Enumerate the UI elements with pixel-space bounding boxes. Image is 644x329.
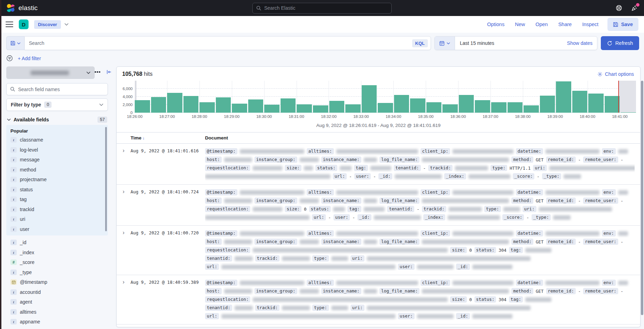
show-dates-button[interactable]: Show dates: [567, 40, 597, 46]
field-item-user[interactable]: tuser: [9, 224, 108, 234]
field-item-trackid[interactable]: ttrackid: [9, 204, 108, 215]
header-action-share[interactable]: Share: [558, 22, 572, 27]
popular-fields-section: Popular tclassnametlog-leveltmessagetmet…: [6, 125, 108, 235]
help-icon[interactable]: [615, 5, 622, 11]
field-key-url: url:: [205, 264, 219, 270]
field-item-tag[interactable]: ttag: [9, 194, 108, 204]
field-key-tenantid: tenantid:: [394, 165, 421, 171]
field-item-uri[interactable]: turi: [9, 214, 108, 224]
add-filter-button[interactable]: + Add filter: [18, 56, 41, 61]
header-action-inspect[interactable]: Inspect: [582, 22, 598, 27]
elastic-brand[interactable]: elastic: [6, 3, 38, 13]
filter-icon[interactable]: [6, 55, 13, 62]
brand-name: elastic: [18, 4, 38, 12]
quick-select-menu-button[interactable]: [435, 37, 455, 50]
page-scrollbar-thumb[interactable]: [641, 81, 643, 315]
query-input-box[interactable]: KQL: [24, 36, 431, 50]
field-key-@timestamp: @timestamp:: [205, 230, 237, 236]
expand-row-icon[interactable]: ›: [117, 229, 131, 271]
global-search[interactable]: [252, 3, 392, 14]
date-picker: Last 15 minutes Show dates: [434, 36, 597, 50]
field-value: -: [328, 215, 331, 220]
sort-descending-icon[interactable]: ↓: [142, 136, 144, 141]
redacted-value: [545, 190, 599, 195]
x-tick-18:32:00: 18:32:00: [321, 114, 337, 119]
text-field-icon: t: [10, 226, 17, 232]
field-item-appname[interactable]: tappname: [9, 317, 108, 327]
refresh-button[interactable]: Refresh: [601, 36, 639, 50]
field-value: -: [349, 174, 352, 179]
field-item-_score[interactable]: #_score: [9, 257, 108, 267]
redacted-value: [539, 207, 612, 211]
redacted-value: [545, 149, 599, 154]
field-name: message: [20, 157, 40, 162]
field-item-@timestamp[interactable]: @timestamp: [9, 277, 108, 287]
global-search-input[interactable]: [264, 5, 388, 11]
field-search-box[interactable]: [6, 83, 108, 95]
redacted-value: [417, 314, 454, 319]
save-button[interactable]: Save: [607, 18, 638, 31]
page-scrollbar[interactable]: [641, 69, 644, 328]
saved-query-menu-button[interactable]: [6, 36, 24, 50]
field-search-input[interactable]: [18, 87, 104, 92]
available-fields-header[interactable]: Available fields 57: [7, 117, 107, 123]
menu-icon[interactable]: [6, 22, 13, 27]
field-item-alltimes[interactable]: talltimes: [9, 307, 108, 317]
field-list-scrollbar[interactable]: [105, 127, 107, 231]
bar-18:34:00: [394, 95, 409, 113]
field-item-accountid[interactable]: taccountid: [9, 287, 108, 297]
header-action-open[interactable]: Open: [535, 22, 548, 27]
collapse-sidebar-icon[interactable]: [106, 69, 112, 75]
field-key-alltimes: alltimes:: [307, 148, 334, 154]
redacted-value: [525, 248, 551, 252]
kql-language-button[interactable]: KQL: [412, 39, 428, 47]
field-key-instance_group: instance_group:: [254, 288, 297, 294]
field-key-uri: uri:: [523, 206, 536, 212]
chart-options-button[interactable]: Chart options: [597, 71, 634, 77]
filter-by-type-select[interactable]: Filter by type 0: [6, 98, 108, 111]
histogram-plot[interactable]: [135, 81, 636, 113]
bar-18:37:30: [508, 102, 523, 113]
field-item-log-level[interactable]: tlog-level: [9, 145, 108, 155]
field-item-projectname[interactable]: tprojectname: [9, 175, 108, 185]
expand-row-icon[interactable]: ›: [117, 279, 131, 320]
field-key-remote_id: remote_id:: [546, 288, 576, 294]
discover-app-badge[interactable]: D: [19, 19, 29, 29]
expand-row-icon[interactable]: ›: [117, 188, 131, 222]
redacted-value: [453, 231, 513, 236]
time-column-header[interactable]: Time↓: [131, 135, 205, 141]
field-key-type: type:: [312, 255, 329, 262]
redacted-value: [336, 231, 418, 236]
chevron-down-icon[interactable]: [64, 23, 69, 26]
header-action-options[interactable]: Options: [487, 22, 504, 27]
field-key-host: host:: [205, 239, 222, 245]
redacted-value: [370, 166, 391, 170]
text-field-icon: t: [10, 240, 17, 245]
field-key-status: status:: [474, 296, 496, 303]
field-key-uri: uri:: [533, 165, 547, 171]
bar-18:30:00: [264, 105, 280, 113]
field-item-_id[interactable]: t_id: [9, 238, 108, 248]
field-item-status[interactable]: tstatus: [9, 185, 108, 195]
time-range-value[interactable]: Last 15 minutes: [455, 40, 494, 46]
field-item-classname[interactable]: tclassname: [9, 135, 108, 145]
field-item-_index[interactable]: t_index: [9, 248, 108, 258]
field-item-message[interactable]: tmessage: [9, 155, 108, 165]
query-input[interactable]: [29, 40, 412, 46]
field-key-host: host:: [205, 198, 222, 204]
field-item-method[interactable]: tmethod: [9, 165, 108, 175]
field-key-status: status:: [315, 165, 337, 171]
field-item-agent[interactable]: tagent: [9, 297, 108, 307]
redacted-value: [564, 174, 581, 179]
histogram-y-axis: 02,0004,0006,000: [119, 81, 135, 113]
boxes-horizontal-icon[interactable]: [93, 70, 102, 74]
fields-list: t_idt_index#_scoret_type@timestamptaccou…: [6, 235, 108, 327]
header-action-new[interactable]: New: [515, 22, 525, 27]
data-view-selector[interactable]: [6, 66, 95, 79]
breadcrumb[interactable]: Discover: [34, 20, 61, 29]
expand-row-icon[interactable]: ›: [117, 147, 131, 180]
histogram-bars: [135, 81, 636, 113]
field-item-_type[interactable]: t_type: [9, 267, 108, 278]
newsfeed-icon[interactable]: [631, 5, 638, 11]
field-value: GET: [536, 239, 544, 244]
